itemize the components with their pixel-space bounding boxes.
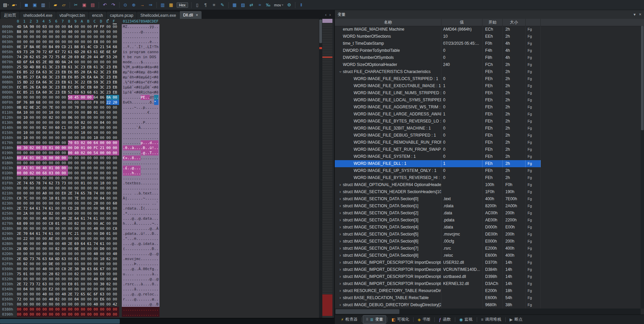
hex-byte[interactable]: 65 — [36, 60, 42, 65]
ascii-char[interactable]: æ — [141, 75, 143, 80]
ascii-char[interactable]: . — [132, 29, 134, 34]
hex-byte[interactable]: E6 — [68, 75, 74, 80]
hex-byte[interactable]: 01 — [106, 231, 113, 236]
hex-byte[interactable]: 00 — [106, 120, 113, 125]
ascii-char[interactable]: . — [134, 120, 136, 125]
hex-byte[interactable]: 00 — [30, 216, 36, 221]
ascii-char[interactable]: Y — [150, 80, 152, 85]
hex-byte[interactable]: 00 — [81, 211, 87, 216]
ascii-char[interactable]: . — [127, 312, 130, 317]
ascii-char[interactable]: µ — [125, 75, 128, 80]
hex-byte[interactable]: 00 — [62, 176, 68, 181]
ascii-char[interactable]: . — [134, 201, 136, 206]
ascii-char[interactable]: ë — [156, 80, 158, 85]
ascii-char[interactable]: . — [138, 95, 141, 100]
ascii-char[interactable]: . — [123, 256, 125, 261]
ascii-char[interactable]: . — [130, 201, 132, 206]
ascii-char[interactable]: . — [134, 312, 136, 317]
hex-byte[interactable]: 00 — [113, 60, 119, 65]
ascii-char[interactable]: . — [150, 287, 152, 292]
ascii-char[interactable] — [141, 55, 143, 60]
ascii-char[interactable]: . — [145, 312, 147, 317]
ascii-char[interactable]: . — [127, 29, 130, 34]
hex-byte[interactable]: 00 — [36, 186, 42, 191]
ascii-char[interactable]: . — [147, 221, 150, 226]
hex-byte[interactable]: 00 — [106, 246, 113, 251]
hex-byte[interactable]: 00 — [55, 100, 62, 105]
hex-byte[interactable]: 00 — [94, 211, 100, 216]
ascii-char[interactable]: ÿ — [150, 24, 152, 29]
hex-byte[interactable]: 00 — [113, 145, 119, 150]
hex-byte[interactable]: 01 — [94, 110, 100, 115]
ascii-char[interactable]: . — [127, 120, 130, 125]
ascii-char[interactable]: . — [127, 221, 130, 226]
ascii-char[interactable]: . — [147, 272, 150, 277]
ascii-char[interactable]: B — [156, 302, 158, 307]
expand-chevron-icon[interactable]: › — [337, 217, 343, 224]
hex-byte[interactable]: 00 — [113, 29, 119, 34]
ascii-char[interactable]: . — [156, 110, 158, 115]
hex-byte[interactable]: 00 — [62, 140, 68, 145]
hex-byte[interactable]: 72 — [23, 282, 30, 287]
ascii-char[interactable]: . — [123, 307, 125, 312]
ascii-char[interactable]: . — [127, 115, 130, 120]
ascii-char[interactable]: t — [125, 181, 128, 186]
hex-byte[interactable]: 10 — [94, 135, 100, 140]
ascii-char[interactable]: . — [136, 226, 139, 231]
ascii-char[interactable]: . — [145, 135, 147, 140]
hex-byte[interactable]: 64 — [94, 140, 100, 145]
hex-byte[interactable]: 00 — [87, 181, 94, 186]
ascii-char[interactable]: . — [123, 292, 125, 297]
ascii-char[interactable]: . — [138, 302, 141, 307]
ascii-char[interactable]: . — [143, 140, 145, 145]
ascii-char[interactable]: € — [123, 155, 125, 160]
hex-byte[interactable]: 00 — [36, 160, 42, 166]
hex-byte[interactable]: 00 — [36, 196, 42, 201]
hex-byte[interactable]: 00 — [106, 29, 113, 34]
ascii-char[interactable]: . — [123, 266, 125, 272]
ascii-char[interactable]: . — [143, 60, 145, 65]
hex-byte[interactable]: 72 — [74, 292, 81, 297]
hex-byte[interactable]: 00 — [30, 312, 36, 317]
hex-byte[interactable]: EA — [36, 80, 42, 85]
ascii-char[interactable]: @ — [138, 216, 141, 221]
hex-byte[interactable]: 00 — [36, 287, 42, 292]
ascii-char[interactable]: . — [150, 231, 152, 236]
hex-byte[interactable]: 00 — [55, 186, 62, 191]
panel-menu-icon[interactable]: ▾ — [634, 12, 636, 17]
ascii-char[interactable]: . — [136, 171, 139, 176]
ascii-char[interactable]: . — [141, 150, 143, 155]
ascii-char[interactable]: . — [156, 120, 158, 125]
ascii-char[interactable]: . — [138, 155, 141, 160]
hex-byte[interactable]: 63 — [87, 49, 94, 55]
ascii-char[interactable]: . — [132, 60, 134, 65]
hex-byte[interactable]: AE — [49, 236, 55, 241]
hex-byte[interactable]: 00 — [68, 160, 74, 166]
ascii-char[interactable]: . — [141, 261, 143, 266]
hex-byte[interactable]: 00 — [81, 251, 87, 256]
hex-byte[interactable]: 00 — [55, 105, 62, 110]
ascii-char[interactable]: . — [132, 297, 134, 302]
ascii-char[interactable]: p — [125, 231, 128, 236]
hex-byte[interactable]: 3C — [49, 75, 55, 80]
ascii-char[interactable]: . — [132, 226, 134, 231]
hex-byte[interactable]: 00 — [36, 24, 42, 29]
hex-byte[interactable]: 00 — [100, 186, 106, 191]
hex-byte[interactable]: 00 — [62, 160, 68, 166]
hex-byte[interactable]: 02 — [30, 171, 36, 176]
hex-byte[interactable]: 00 — [81, 176, 87, 181]
ascii-char[interactable]: ! — [141, 44, 143, 49]
hex-byte[interactable]: 00 — [94, 256, 100, 261]
hex-byte[interactable]: 06 — [17, 120, 23, 125]
ascii-char[interactable]: . — [147, 181, 150, 186]
hex-byte[interactable]: EB — [62, 90, 68, 95]
ascii-char[interactable]: . — [147, 29, 150, 34]
hex-byte[interactable]: EB — [113, 70, 119, 75]
ascii-char[interactable]: p — [143, 105, 145, 110]
ascii-char[interactable]: . — [145, 130, 147, 135]
ascii-char[interactable]: µ — [143, 75, 145, 80]
hex-byte[interactable]: 00 — [36, 191, 42, 196]
ascii-char[interactable]: . — [123, 140, 125, 145]
ascii-char[interactable]: . — [123, 216, 125, 221]
hex-byte[interactable]: 00 — [106, 201, 113, 206]
